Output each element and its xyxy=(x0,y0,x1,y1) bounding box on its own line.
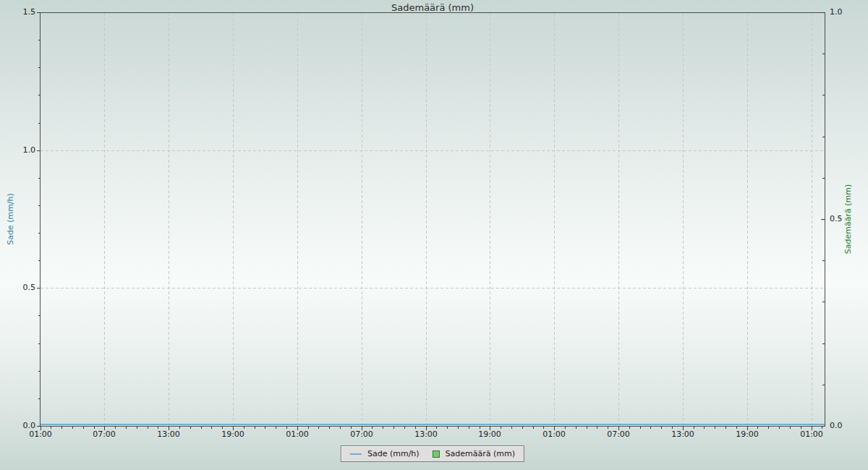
x-minor-tick xyxy=(404,427,405,429)
left-y-minor-tick xyxy=(38,95,41,95)
precipitation-chart: Sademäärä (mm) 01:0007:0013:0019:0001:00… xyxy=(0,0,868,470)
x-minor-tick xyxy=(276,427,276,429)
x-minor-tick xyxy=(383,427,383,429)
x-minor-tick xyxy=(190,427,191,429)
x-minor-tick xyxy=(51,427,51,429)
left-y-minor-tick xyxy=(38,233,41,234)
left-y-minor-tick xyxy=(38,398,41,399)
x-minor-tick xyxy=(661,427,662,429)
right-y-minor-tick xyxy=(822,260,825,261)
x-minor-tick xyxy=(72,427,73,429)
right-y-minor-tick xyxy=(822,343,825,344)
x-minor-tick xyxy=(640,427,641,429)
x-tick-label: 01:00 xyxy=(286,430,309,439)
x-minor-tick xyxy=(768,427,769,429)
x-minor-tick xyxy=(372,427,373,429)
x-minor-tick xyxy=(211,427,212,429)
x-minor-tick xyxy=(83,427,84,429)
x-minor-tick xyxy=(286,427,287,429)
left-y-minor-tick xyxy=(38,260,41,261)
x-tick-label: 13:00 xyxy=(157,430,180,439)
left-y-major-tick xyxy=(37,426,41,427)
plot-area xyxy=(40,12,825,427)
left-y-minor-tick xyxy=(38,178,41,179)
x-minor-tick xyxy=(415,427,416,429)
x-minor-tick xyxy=(650,427,651,429)
chart-title: Sademäärä (mm) xyxy=(0,2,865,13)
x-minor-tick xyxy=(576,427,576,429)
left-y-tick-label: 1.0 xyxy=(0,145,35,155)
x-minor-tick xyxy=(340,427,341,429)
x-tick-label: 01:00 xyxy=(542,430,566,439)
x-minor-tick xyxy=(543,427,544,429)
x-minor-tick xyxy=(629,427,630,429)
left-y-major-tick xyxy=(37,150,41,151)
legend: Sade (mm/h)Sademäärä (mm) xyxy=(341,445,524,462)
x-tick-label: 07:00 xyxy=(93,430,116,439)
x-minor-tick xyxy=(148,427,148,429)
right-y-major-tick xyxy=(821,12,825,13)
x-minor-tick xyxy=(715,427,715,429)
x-tick-label: 13:00 xyxy=(671,430,694,439)
x-minor-tick xyxy=(447,427,448,429)
x-minor-tick xyxy=(790,427,791,429)
right-y-major-tick xyxy=(821,219,825,220)
x-minor-tick xyxy=(318,427,319,429)
legend-label: Sade (mm/h) xyxy=(367,449,420,458)
x-tick-label: 07:00 xyxy=(607,430,630,439)
left-y-minor-tick xyxy=(38,205,41,206)
x-minor-tick xyxy=(255,427,255,429)
x-minor-tick xyxy=(511,427,512,429)
x-minor-tick xyxy=(126,427,127,429)
x-tick-label: 01:00 xyxy=(800,430,823,439)
left-y-minor-tick xyxy=(38,343,41,344)
left-axis-title: Sade (mm/h) xyxy=(6,193,15,245)
x-minor-tick xyxy=(393,427,394,429)
left-y-minor-tick xyxy=(38,67,41,68)
x-minor-tick xyxy=(480,427,480,429)
x-minor-tick xyxy=(244,427,244,429)
right-y-minor-tick xyxy=(822,137,825,137)
left-y-minor-tick xyxy=(38,371,41,372)
left-y-tick-label: 0.0 xyxy=(0,421,35,431)
x-minor-tick xyxy=(801,427,801,429)
x-minor-tick xyxy=(597,427,597,429)
x-minor-tick xyxy=(522,427,523,429)
x-minor-tick xyxy=(533,427,534,429)
x-minor-tick xyxy=(458,427,459,429)
legend-label: Sademäärä (mm) xyxy=(446,449,515,458)
x-minor-tick xyxy=(779,427,780,429)
x-minor-tick xyxy=(822,427,822,429)
legend-square-marker xyxy=(433,450,440,458)
x-tick-label: 19:00 xyxy=(221,430,244,439)
legend-line-marker xyxy=(350,453,362,455)
x-tick-label: 19:00 xyxy=(478,430,501,439)
x-minor-tick xyxy=(565,427,566,429)
x-minor-tick xyxy=(115,427,116,429)
right-y-minor-tick xyxy=(822,385,825,385)
x-minor-tick xyxy=(222,427,223,429)
x-minor-tick xyxy=(469,427,469,429)
right-axis-title: Sademäärä (mm) xyxy=(843,184,853,254)
right-y-tick-label: 0.5 xyxy=(830,214,843,224)
left-y-tick-label: 1.5 xyxy=(0,7,35,17)
legend-item: Sademäärä (mm) xyxy=(433,449,515,458)
x-minor-tick xyxy=(726,427,726,429)
right-y-minor-tick xyxy=(822,95,825,95)
x-minor-tick xyxy=(436,427,437,429)
x-minor-tick xyxy=(329,427,330,429)
x-minor-tick xyxy=(757,427,758,429)
x-tick-label: 07:00 xyxy=(350,430,373,439)
right-y-minor-tick xyxy=(822,178,825,179)
right-y-tick-label: 1.0 xyxy=(830,7,843,17)
left-y-major-tick xyxy=(37,288,41,289)
right-y-minor-tick xyxy=(822,302,825,302)
left-y-minor-tick xyxy=(38,123,41,124)
left-y-minor-tick xyxy=(38,315,41,316)
legend-item: Sade (mm/h) xyxy=(350,449,420,458)
x-minor-tick xyxy=(351,427,352,429)
x-minor-tick xyxy=(201,427,202,429)
x-minor-tick xyxy=(308,427,309,429)
left-y-minor-tick xyxy=(38,40,41,40)
x-tick-label: 19:00 xyxy=(736,430,759,439)
